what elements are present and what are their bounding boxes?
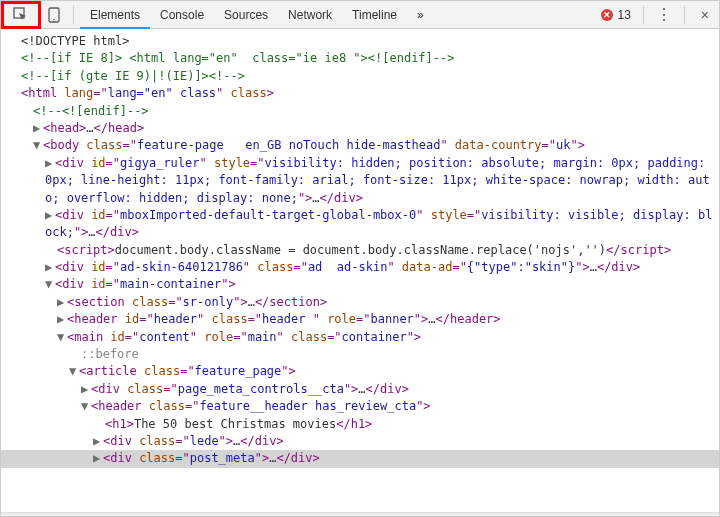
kebab-menu-icon[interactable]: ⋮ (650, 5, 678, 24)
error-count: 13 (617, 8, 630, 22)
breadcrumb-bar[interactable] (1, 512, 719, 517)
pseudo-before[interactable]: ::before (1, 346, 719, 363)
article-element[interactable]: ▼<article class="feature_page"> (1, 363, 719, 380)
head-node[interactable]: ▶<head>…</head> (1, 120, 719, 137)
svg-point-2 (53, 18, 55, 20)
toolbar-divider (643, 6, 644, 24)
main-element[interactable]: ▼<main id="content" role="main" class="c… (1, 329, 719, 346)
error-icon: ✕ (601, 9, 613, 21)
lede-div[interactable]: ▶<div class="lede">…</div> (1, 433, 719, 450)
gigya-div[interactable]: ▶<div id="gigya_ruler" style="visibility… (1, 155, 719, 207)
html-open[interactable]: <html lang="lang="en" class" class> (1, 85, 719, 102)
close-button[interactable]: × (691, 7, 719, 23)
tab-console[interactable]: Console (150, 1, 214, 29)
toolbar-divider (684, 6, 685, 24)
tab-elements[interactable]: Elements (80, 1, 150, 29)
feature-header[interactable]: ▼<header class="feature__header has_revi… (1, 398, 719, 415)
h1-element[interactable]: <h1>The 50 best Christmas movies</h1> (1, 416, 719, 433)
devtools-toolbar: Elements Console Sources Network Timelin… (1, 1, 719, 29)
device-icon (48, 7, 60, 23)
tabs-overflow[interactable]: » (407, 1, 434, 29)
endif-comment[interactable]: <!--<![endif]--> (1, 103, 719, 120)
header-element[interactable]: ▶<header id="header" class="header " rol… (1, 311, 719, 328)
device-toggle-button[interactable] (41, 2, 67, 28)
ie9-comment[interactable]: <!--[if (gte IE 9)|!(IE)]><!--> (1, 68, 719, 85)
inspect-icon-highlight (1, 1, 41, 29)
tab-timeline[interactable]: Timeline (342, 1, 407, 29)
toolbar-divider (73, 6, 74, 24)
mbox-div[interactable]: ▶<div id="mboxImported-default-target-gl… (1, 207, 719, 242)
inspect-element-button[interactable] (8, 2, 34, 28)
adskin-div[interactable]: ▶<div id="ad-skin-640121786" class="ad a… (1, 259, 719, 276)
tab-sources[interactable]: Sources (214, 1, 278, 29)
cursor-box-icon (13, 7, 29, 23)
main-container-div[interactable]: ▼<div id="main-container"> (1, 276, 719, 293)
page-meta-div[interactable]: ▶<div class="page_meta_controls__cta">…<… (1, 381, 719, 398)
script-node[interactable]: <script>document.body.className = docume… (1, 242, 719, 259)
body-open[interactable]: ▼<body class="feature-page en_GB noTouch… (1, 137, 719, 154)
error-badge[interactable]: ✕ 13 (601, 8, 630, 22)
doctype[interactable]: <!DOCTYPE html> (1, 33, 719, 50)
sr-only-section[interactable]: ▶<section class="sr-only">…</section> (1, 294, 719, 311)
dom-tree-panel[interactable]: <!DOCTYPE html> <!--[if IE 8]> <html lan… (1, 29, 719, 512)
tab-network[interactable]: Network (278, 1, 342, 29)
post-meta-div[interactable]: ▶<div class="post_meta">…</div> (1, 450, 719, 467)
ie8-comment[interactable]: <!--[if IE 8]> <html lang="en" class="ie… (1, 50, 719, 67)
